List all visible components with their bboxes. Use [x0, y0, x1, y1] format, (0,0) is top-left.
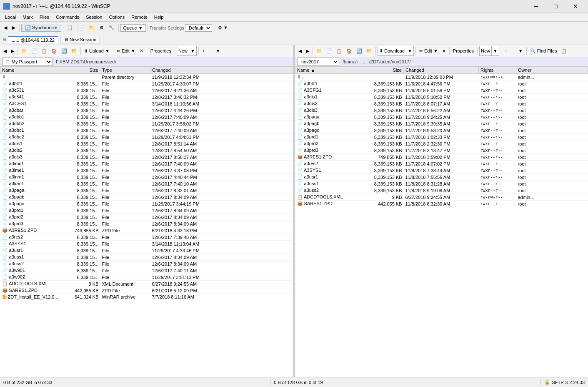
right-new-arrow[interactable]: ▼	[492, 46, 499, 55]
left-open-btn[interactable]: 📂	[70, 46, 79, 55]
right-file-row[interactable]: 📄 a3pagc 8,339,153 KB 11/7/2018 9:53:20 …	[295, 127, 588, 134]
right-file-row[interactable]: 📄 a3dis2 8,339,153 KB 11/7/2018 8:07:17 …	[295, 101, 588, 107]
find-files-btn[interactable]: 🔍 Find Files	[528, 46, 559, 55]
menu-options[interactable]: Options	[105, 14, 128, 20]
transfer-dropdown[interactable]: Default	[185, 24, 212, 32]
right-properties-btn[interactable]: Properties	[451, 46, 475, 55]
right-file-row[interactable]: 📄 A3CFG1 8,339,153 KB 11/6/2018 5:01:58 …	[295, 87, 588, 94]
right-file-row[interactable]: 📄 a3blz1 8,339,153 KB 11/6/2018 4:47:56 …	[295, 80, 588, 87]
session-tab-1[interactable]: ...... @104.46.119.22	[8, 36, 58, 43]
left-home-btn[interactable]: 🏠	[50, 46, 59, 55]
right-file-row[interactable]: 📄 a3usr1 8,339,153 KB 11/8/2018 7:55:56 …	[295, 174, 588, 181]
tb-config[interactable]: ⚙ ▼	[216, 23, 230, 33]
right-col-changed[interactable]: Changed	[404, 67, 479, 74]
right-file-row[interactable]: 📄 a3uss2 8,339,153 KB 11/8/2018 9:19:08 …	[295, 187, 588, 194]
left-doc-btn[interactable]: 📄	[30, 46, 39, 55]
left-file-row[interactable]: 📄 a3uss2 8,339,15... File 12/6/2017 8:34…	[0, 261, 293, 267]
right-edit-btn[interactable]: ✏ Edit ▼	[418, 46, 440, 55]
left-file-row[interactable]: 📄 a3kan1 8,339,15... File 12/6/2017 7:40…	[0, 181, 293, 187]
left-copy-btn[interactable]: 📋	[40, 46, 49, 55]
menu-help[interactable]: Help	[151, 14, 167, 20]
left-upload-btn[interactable]: ⬆ Upload ▼	[83, 46, 111, 55]
left-properties-btn[interactable]: Properties	[149, 46, 173, 55]
synchronize-button[interactable]: 🔄 Synchronize	[21, 24, 61, 32]
right-col-name[interactable]: Name ▲	[295, 67, 362, 74]
tb-icon5[interactable]: 🔧	[107, 23, 117, 33]
left-new-btn[interactable]: New	[177, 46, 189, 55]
left-file-row[interactable]: 📄 a3imd1 8,339,15... File 12/6/2017 7:40…	[0, 161, 293, 167]
right-folder-btn[interactable]: 📁	[315, 46, 324, 55]
right-calc-btn[interactable]: +	[503, 46, 509, 55]
right-new-btn[interactable]: New	[480, 46, 492, 55]
left-file-row[interactable]: 📄 A3SYS1 8,339,15... File 3/14/2018 11:1…	[0, 241, 293, 247]
left-edit-btn[interactable]: ✏ Edit ▼	[115, 46, 137, 55]
left-filter-btn[interactable]: ▼	[214, 46, 222, 55]
left-file-row[interactable]: 📄 a3pagb 8,339,15... File 12/6/2017 8:34…	[0, 194, 293, 201]
left-drive-combo[interactable]: F: My Passport	[3, 58, 53, 66]
right-download-arrow[interactable]: ▼	[406, 46, 413, 55]
left-delete-btn[interactable]: ✕	[138, 46, 145, 55]
tb-local-next[interactable]: ▶	[10, 23, 18, 33]
left-file-row[interactable]: 📄 a3usr1 8,339,15... File 11/29/2017 4:3…	[0, 247, 293, 254]
right-file-row[interactable]: 📄 a3dis3 8,339,153 KB 11/7/2018 8:56:22 …	[295, 107, 588, 114]
left-file-row[interactable]: 📄 a3inm1 8,339,15... File 12/6/2017 4:40…	[0, 174, 293, 181]
left-file-row[interactable]: 📄 a3uss1 8,339,15... File 12/6/2017 8:34…	[0, 254, 293, 261]
left-file-row[interactable]: 📄 a3prd3 8,339,15... File 12/6/2017 8:34…	[0, 221, 293, 227]
right-file-row[interactable]: 📄 a3pagb 8,339,153 KB 11/7/2018 9:39:35 …	[295, 121, 588, 127]
maximize-button[interactable]: □	[546, 0, 565, 13]
right-file-list[interactable]: Name ▲ Size Changed Rights Owner ⬆ .. 11…	[295, 66, 588, 377]
left-file-row[interactable]: 📋 ADCDTOOLS.XML 9 KB XML Document 6/27/2…	[0, 281, 293, 287]
right-refresh-btn[interactable]: 🔄	[355, 46, 364, 55]
right-col-size[interactable]: Size	[362, 67, 404, 74]
right-file-row[interactable]: 📄 a3uss1 8,339,153 KB 11/8/2018 8:31:28 …	[295, 181, 588, 187]
right-copy-btn[interactable]: 📋	[335, 46, 344, 55]
menu-files[interactable]: Files	[36, 14, 53, 20]
left-file-row[interactable]: 📄 a3w902 8,339,15... File 11/29/2017 3:5…	[0, 274, 293, 281]
right-file-row[interactable]: 📦 SARES1.ZPD 442,055 KB 11/8/2018 8:32:3…	[295, 201, 588, 207]
left-file-row[interactable]: 📄 a3dbb1 8,339,15... File 12/6/2017 7:40…	[0, 114, 293, 121]
left-fwd-btn[interactable]: ▶	[9, 46, 16, 55]
menu-remote[interactable]: Remote	[128, 14, 151, 20]
left-file-row[interactable]: 📄 a3dis3 8,339,15... File 12/8/2017 8:58…	[0, 154, 293, 161]
left-back-btn[interactable]: ◀	[2, 46, 8, 55]
left-file-row[interactable]: 📄 a3res2 8,339,15... File 12/6/2017 7:39…	[0, 234, 293, 241]
tb-icon3[interactable]: 📁	[87, 23, 97, 33]
right-doc-btn[interactable]: 📄	[325, 46, 334, 55]
right-file-row[interactable]: 📄 a3res2 8,339,153 KB 11/7/2018 4:07:02 …	[295, 161, 588, 167]
left-file-row[interactable]: 📄 a3c531 8,339,15... File 12/6/2017 8:21…	[0, 87, 293, 94]
left-file-row[interactable]: 📄 a3dbc2 8,339,15... File 11/29/2017 4:0…	[0, 134, 293, 141]
right-file-row[interactable]: 📋 ADCDTOOLS.XML 9 KB 6/27/2018 9:24:55 A…	[295, 194, 588, 201]
tb-icon2[interactable]: 📄	[76, 23, 86, 33]
left-file-row[interactable]: 📄 a3blz1 8,339,15... File 11/29/2017 4:3…	[0, 80, 293, 87]
menu-session[interactable]: Session	[83, 14, 105, 20]
new-session-button[interactable]: 🖥 New Session	[60, 36, 100, 43]
right-drive-combo[interactable]: nov2017	[298, 58, 339, 66]
minimize-button[interactable]: ─	[527, 0, 545, 13]
tb-local-prev[interactable]: ◀	[2, 23, 9, 33]
left-col-changed[interactable]: Changed	[150, 67, 293, 74]
close-button[interactable]: ✕	[566, 0, 585, 13]
left-file-list[interactable]: Name Size Type Changed ⬆ .. Parent direc…	[0, 66, 293, 377]
menu-local[interactable]: Local	[2, 14, 19, 20]
left-col-name[interactable]: Name	[0, 67, 67, 74]
left-col-size[interactable]: Size	[67, 67, 100, 74]
right-back-btn[interactable]: ◀	[297, 46, 303, 55]
right-file-row[interactable]: 📄 A3SYS1 8,339,153 KB 11/8/2018 7:33:44 …	[295, 167, 588, 174]
right-col-rights[interactable]: Rights	[479, 67, 516, 74]
tb-icon4[interactable]: ⚙	[98, 23, 106, 33]
queue-button[interactable]: Queue ▼	[120, 24, 146, 32]
left-col-type[interactable]: Type	[100, 67, 150, 74]
right-file-row[interactable]: 📄 a3paga 8,339,153 KB 11/7/2018 9:24:25 …	[295, 114, 588, 121]
left-folder-btn[interactable]: 📁	[20, 46, 29, 55]
left-file-row[interactable]: 📄 a3ime1 8,339,15... File 12/6/2017 4:37…	[0, 167, 293, 174]
left-file-row[interactable]: 📄 a3prd1 8,339,15... File 12/6/2017 8:34…	[0, 207, 293, 214]
right-minus-btn[interactable]: −	[510, 46, 515, 55]
right-fwd-btn[interactable]: ▶	[304, 46, 311, 55]
left-minus-btn[interactable]: −	[207, 46, 213, 55]
right-filter-btn[interactable]: ▼	[517, 46, 525, 55]
menu-commands[interactable]: Commands	[53, 14, 83, 20]
right-file-row[interactable]: 📄 a3prd1 8,339,153 KB 11/7/2018 1:02:33 …	[295, 134, 588, 141]
left-file-row[interactable]: 📄 a3dis2 8,339,15... File 12/8/2017 8:54…	[0, 147, 293, 154]
left-file-row[interactable]: 📄 a3paga 8,339,15... File 12/6/2017 8:32…	[0, 187, 293, 194]
left-file-row[interactable]: 📄 a3dis1 8,339,15... File 12/8/2017 8:51…	[0, 141, 293, 147]
